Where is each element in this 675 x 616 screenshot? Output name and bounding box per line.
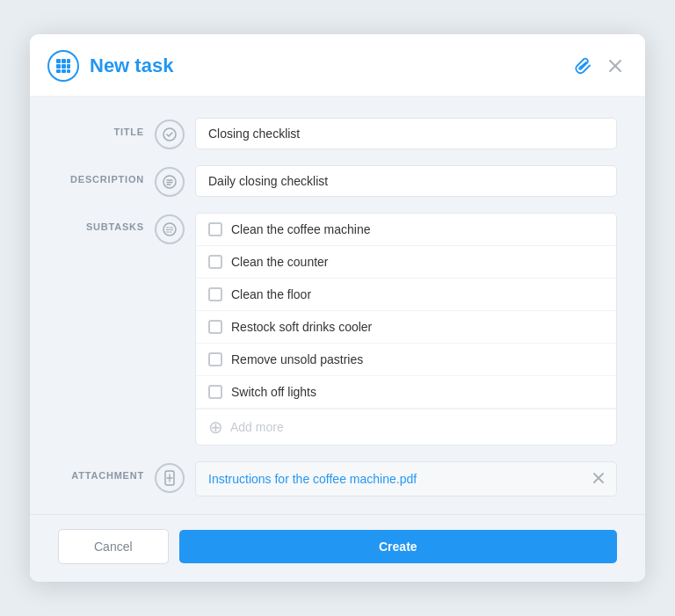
create-button[interactable]: Create [179, 530, 617, 563]
svg-rect-3 [56, 64, 61, 69]
subtask-label-6: Switch off lights [231, 385, 316, 399]
paperclip-button[interactable] [573, 55, 594, 76]
subtasks-icon [155, 214, 185, 244]
attachment-box: Instructions for the coffee machine.pdf [195, 461, 617, 496]
description-row: DESCRIPTION [58, 165, 617, 197]
subtask-item: Clean the floor [196, 279, 616, 311]
cancel-button[interactable]: Cancel [58, 529, 169, 564]
subtask-label-5: Remove unsold pastries [231, 352, 363, 366]
title-input[interactable] [195, 118, 617, 149]
new-task-dialog: New task TITLE [30, 34, 645, 582]
subtask-item: Clean the counter [196, 246, 616, 279]
svg-rect-7 [62, 69, 66, 73]
svg-rect-8 [67, 69, 70, 73]
header-left: New task [47, 50, 173, 82]
attachment-filename[interactable]: Instructions for the coffee machine.pdf [208, 472, 417, 486]
subtask-item: Switch off lights [196, 376, 616, 409]
add-more-label: Add more [230, 420, 284, 434]
subtask-checkbox-4[interactable] [208, 320, 222, 334]
attachment-field-icon [155, 463, 185, 493]
subtasks-box: Clean the coffee machine Clean the count… [195, 213, 617, 446]
close-button[interactable] [606, 57, 624, 75]
subtask-checkbox-2[interactable] [208, 255, 222, 269]
svg-point-16 [163, 223, 176, 236]
description-label: DESCRIPTION [58, 165, 155, 185]
subtask-label-3: Clean the floor [231, 287, 311, 301]
subtasks-label: SUBTASKS [58, 213, 155, 232]
svg-rect-6 [56, 69, 61, 73]
attachment-remove-button[interactable] [593, 471, 604, 487]
dialog-header: New task [30, 34, 645, 97]
svg-rect-1 [62, 59, 66, 63]
subtask-label-1: Clean the coffee machine [231, 222, 371, 236]
subtask-label-2: Clean the counter [231, 255, 329, 269]
svg-rect-0 [56, 59, 61, 63]
subtask-label-4: Restock soft drinks cooler [231, 320, 372, 334]
svg-rect-5 [67, 64, 70, 69]
subtask-item: Clean the coffee machine [196, 214, 616, 246]
svg-rect-4 [62, 64, 66, 69]
header-right [573, 55, 624, 76]
subtasks-row: SUBTASKS Clean the coffee machine [58, 213, 617, 446]
dialog-title: New task [90, 54, 173, 77]
subtask-checkbox-5[interactable] [208, 352, 222, 366]
description-icon [155, 167, 185, 197]
svg-rect-2 [67, 59, 70, 63]
subtask-checkbox-3[interactable] [208, 287, 222, 301]
grid-icon [47, 50, 79, 82]
add-more-row[interactable]: ⊕ Add more [196, 409, 616, 445]
dialog-footer: Cancel Create [30, 514, 645, 582]
dialog-body: TITLE DESCRIPTION [30, 97, 645, 514]
subtask-checkbox-6[interactable] [208, 385, 222, 399]
subtask-item: Remove unsold pastries [196, 344, 616, 376]
title-row: TITLE [58, 118, 617, 149]
attachment-label: ATTACHMENT [58, 461, 155, 481]
add-more-icon: ⊕ [208, 418, 223, 436]
subtask-checkbox-1[interactable] [208, 222, 222, 236]
description-input[interactable] [195, 165, 617, 197]
title-label: TITLE [58, 118, 155, 137]
title-icon [155, 120, 185, 149]
attachment-row: ATTACHMENT Instructions for the coffee m… [58, 461, 617, 496]
subtask-item: Restock soft drinks cooler [196, 311, 616, 344]
